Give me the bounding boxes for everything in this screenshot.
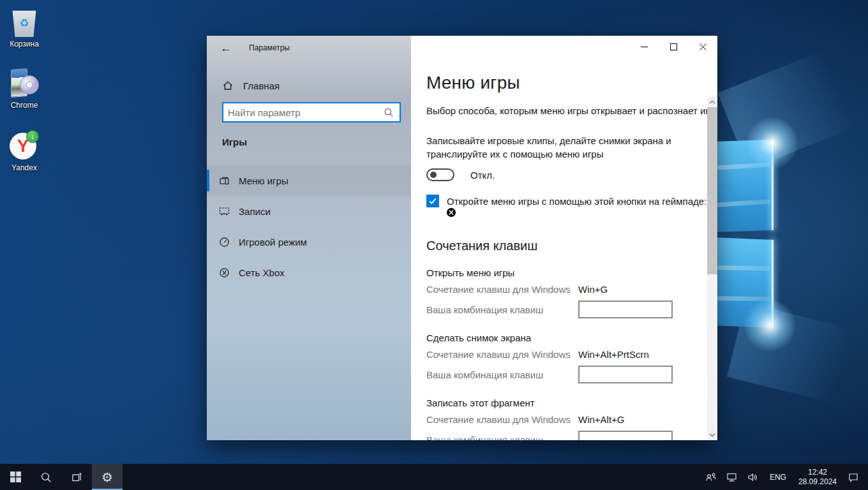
search-icon[interactable] bbox=[384, 107, 394, 117]
taskbar: ⚙ ENG 12:42 28.09.2024 bbox=[0, 464, 868, 490]
shortcut-title: Сделать снимок экрана bbox=[426, 332, 692, 343]
wallpaper-glow bbox=[745, 116, 799, 170]
sidebar-item-home[interactable]: Главная bbox=[207, 73, 411, 98]
game-mode-icon bbox=[218, 236, 230, 248]
minimize-button[interactable] bbox=[629, 36, 659, 57]
desktop-icon-yandex[interactable]: Y ↓ Yandex bbox=[4, 129, 45, 172]
your-shortcut-input[interactable] bbox=[578, 366, 673, 383]
network-icon[interactable] bbox=[724, 472, 740, 482]
download-arrow-glyph: ↓ bbox=[31, 132, 34, 141]
search-input[interactable] bbox=[223, 107, 384, 118]
gear-icon: ⚙ bbox=[101, 471, 113, 484]
taskbar-search-button[interactable] bbox=[31, 464, 61, 490]
wallpaper-glow bbox=[743, 299, 797, 352]
sidebar-item-label: Сеть Xbox bbox=[239, 267, 285, 278]
maximize-button[interactable] bbox=[659, 36, 688, 57]
recycle-glyph: ♻ bbox=[19, 18, 29, 29]
download-badge: ↓ bbox=[26, 130, 39, 143]
game-bar-icon bbox=[218, 175, 230, 187]
shortcuts-header: Сочетания клавиш bbox=[426, 239, 692, 253]
task-view-icon bbox=[71, 471, 82, 483]
window-title: Параметры bbox=[249, 43, 290, 52]
sidebar-item-label: Записи bbox=[239, 206, 271, 217]
yandex-icon: Y ↓ bbox=[10, 131, 39, 161]
shortcut-group-open-game-bar: Открыть меню игры Сочетание клавиш для W… bbox=[426, 267, 692, 318]
xbox-icon bbox=[218, 267, 230, 279]
caption-buttons bbox=[629, 36, 717, 57]
checkmark-icon bbox=[428, 197, 437, 205]
sidebar-item-xbox-network[interactable]: Сеть Xbox bbox=[207, 257, 411, 288]
settings-window: Главная Игры Меню игры bbox=[207, 36, 717, 440]
sidebar-nav: Меню игры Записи Игровой режи bbox=[207, 165, 411, 288]
shortcut-group-record-clip: Записать этот фрагмент Сочетание клавиш … bbox=[426, 397, 692, 440]
windows-shortcut-label: Сочетание клавиш для Windows bbox=[426, 284, 578, 295]
volume-icon[interactable] bbox=[745, 472, 761, 482]
clock-date: 28.09.2024 bbox=[798, 477, 837, 487]
desktop-icon-label: Yandex bbox=[4, 163, 45, 172]
gamepad-checkbox-label: Откройте меню игры с помощью этой кнопки… bbox=[447, 196, 707, 207]
desktop: ♻ Корзина Chrome Y ↓ Yandex Главная bbox=[0, 0, 868, 490]
windows-shortcut-label: Сочетание клавиш для Windows bbox=[426, 349, 578, 360]
sidebar-section-header: Игры bbox=[222, 137, 247, 147]
windows-shortcut-value: Win+Alt+G bbox=[578, 414, 625, 425]
maximize-icon bbox=[670, 43, 677, 50]
language-indicator[interactable]: ENG bbox=[766, 473, 790, 482]
game-bar-toggle[interactable] bbox=[426, 168, 454, 181]
page-subtitle: Выбор способа, которым меню игры открыва… bbox=[426, 105, 692, 116]
scroll-up-button[interactable] bbox=[707, 97, 717, 107]
toggle-description: Записывайте игровые клипы, делайте снимк… bbox=[426, 134, 685, 161]
windows-shortcut-label: Сочетание клавиш для Windows bbox=[426, 414, 578, 425]
search-icon bbox=[40, 471, 52, 483]
sidebar-item-game-bar[interactable]: Меню игры bbox=[207, 165, 411, 196]
your-shortcut-input[interactable] bbox=[578, 431, 673, 440]
your-shortcut-label: Ваша комбинация клавиш bbox=[426, 304, 578, 315]
action-center-icon[interactable] bbox=[845, 472, 862, 482]
back-button[interactable]: ← bbox=[213, 38, 239, 59]
close-icon bbox=[700, 43, 707, 50]
taskbar-left: ⚙ bbox=[0, 464, 123, 490]
start-button[interactable] bbox=[0, 464, 31, 490]
windows-shortcut-value: Win+G bbox=[578, 284, 608, 295]
xbox-button-glyph-icon bbox=[447, 208, 692, 219]
home-icon bbox=[221, 80, 234, 91]
sidebar-item-captures[interactable]: Записи bbox=[207, 196, 411, 226]
scroll-down-button[interactable] bbox=[707, 430, 717, 440]
taskbar-settings-button[interactable]: ⚙ bbox=[92, 464, 123, 490]
chevron-up-icon bbox=[709, 100, 715, 104]
recycle-bin-icon: ♻ bbox=[11, 9, 37, 37]
gamepad-checkbox[interactable] bbox=[426, 195, 439, 207]
sidebar-home-label: Главная bbox=[243, 80, 280, 91]
scrollbar[interactable] bbox=[707, 97, 717, 440]
desktop-icon-label: Chrome bbox=[4, 101, 45, 110]
close-button[interactable] bbox=[688, 36, 717, 57]
desktop-icon-label: Корзина bbox=[4, 40, 45, 48]
shortcut-title: Открыть меню игры bbox=[426, 267, 692, 278]
scrollbar-thumb[interactable] bbox=[707, 107, 717, 274]
sidebar-item-game-mode[interactable]: Игровой режим bbox=[207, 226, 411, 257]
desktop-icon-chrome[interactable]: Chrome bbox=[4, 66, 45, 110]
sidebar-item-label: Меню игры bbox=[239, 175, 288, 186]
people-icon[interactable] bbox=[703, 471, 719, 483]
your-shortcut-input[interactable] bbox=[578, 301, 673, 318]
clock-time: 12:42 bbox=[798, 468, 837, 477]
toggle-knob bbox=[430, 172, 437, 178]
settings-search-box[interactable] bbox=[222, 102, 401, 122]
taskbar-tray: ENG 12:42 28.09.2024 bbox=[703, 464, 868, 490]
captures-icon bbox=[218, 205, 230, 218]
settings-content: Меню игры Выбор способа, которым меню иг… bbox=[411, 36, 717, 440]
your-shortcut-label: Ваша комбинация клавиш bbox=[426, 369, 578, 380]
windows-logo-icon bbox=[10, 471, 21, 482]
shortcut-group-screenshot: Сделать снимок экрана Сочетание клавиш д… bbox=[426, 332, 692, 383]
minimize-icon bbox=[641, 43, 648, 50]
shortcut-title: Записать этот фрагмент bbox=[426, 397, 692, 408]
your-shortcut-label: Ваша комбинация клавиш bbox=[426, 434, 578, 441]
page-title: Меню игры bbox=[426, 73, 692, 93]
chevron-down-icon bbox=[709, 433, 715, 437]
taskbar-clock[interactable]: 12:42 28.09.2024 bbox=[795, 468, 841, 487]
desktop-icon-recycle-bin[interactable]: ♻ Корзина bbox=[4, 5, 45, 48]
toggle-state-label: Откл. bbox=[470, 170, 495, 181]
chrome-installer-icon bbox=[10, 68, 39, 98]
cd-disc bbox=[20, 75, 39, 94]
settings-sidebar: Главная Игры Меню игры bbox=[207, 36, 411, 440]
task-view-button[interactable] bbox=[61, 464, 92, 490]
